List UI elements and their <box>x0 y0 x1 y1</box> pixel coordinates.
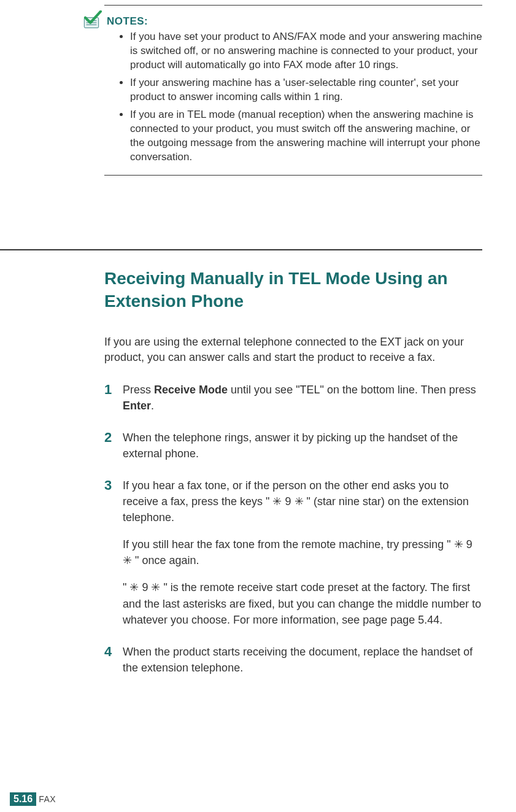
step-text: If you still hear the fax tone from the … <box>123 536 482 568</box>
section-intro: If you are using the external telephone … <box>104 334 482 365</box>
footer-label: FAX <box>39 794 56 804</box>
step-text: When the telephone rings, answer it by p… <box>123 430 482 462</box>
step-text: When the product starts receiving the do… <box>123 644 482 676</box>
text-fragment: . <box>151 400 154 412</box>
bold-fragment: Enter <box>123 400 151 412</box>
notes-item: If you are in TEL mode (manual reception… <box>130 108 482 164</box>
notes-header: NOTES: <box>104 9 482 28</box>
notes-title: NOTES: <box>107 15 148 28</box>
notes-list: If you have set your product to ANS/FAX … <box>104 30 482 164</box>
step-3: 3 If you hear a fax tone, or if the pers… <box>104 478 482 628</box>
step-body: If you hear a fax tone, or if the person… <box>123 478 482 628</box>
step-body: When the telephone rings, answer it by p… <box>123 430 482 462</box>
page-footer: 5.16 FAX <box>10 792 56 806</box>
text-fragment: Press <box>123 384 154 396</box>
page-number: 5.16 <box>10 792 36 806</box>
section-divider <box>0 249 482 250</box>
text-fragment: until you see "TEL" on the bottom line. … <box>228 384 476 396</box>
step-text: " ✳ 9 ✳ " is the remote receive start co… <box>123 579 482 627</box>
section-heading: Receiving Manually in TEL Mode Using an … <box>104 268 482 312</box>
step-number: 2 <box>104 430 123 444</box>
step-1: 1 Press Receive Mode until you see "TEL"… <box>104 382 482 414</box>
notes-item: If your answering machine has a 'user-se… <box>130 76 482 104</box>
step-text: If you hear a fax tone, or if the person… <box>123 478 482 525</box>
step-2: 2 When the telephone rings, answer it by… <box>104 430 482 462</box>
step-number: 3 <box>104 478 123 492</box>
checkmark-note-icon <box>81 10 102 29</box>
bold-fragment: Receive Mode <box>154 384 228 396</box>
step-number: 1 <box>104 382 123 396</box>
notes-item: If you have set your product to ANS/FAX … <box>130 30 482 72</box>
step-number: 4 <box>104 644 123 659</box>
step-text: Press Receive Mode until you see "TEL" o… <box>123 382 482 414</box>
step-body: When the product starts receiving the do… <box>123 644 482 676</box>
step-body: Press Receive Mode until you see "TEL" o… <box>123 382 482 414</box>
step-4: 4 When the product starts receiving the … <box>104 644 482 676</box>
notes-box: NOTES: If you have set your product to A… <box>104 5 482 176</box>
